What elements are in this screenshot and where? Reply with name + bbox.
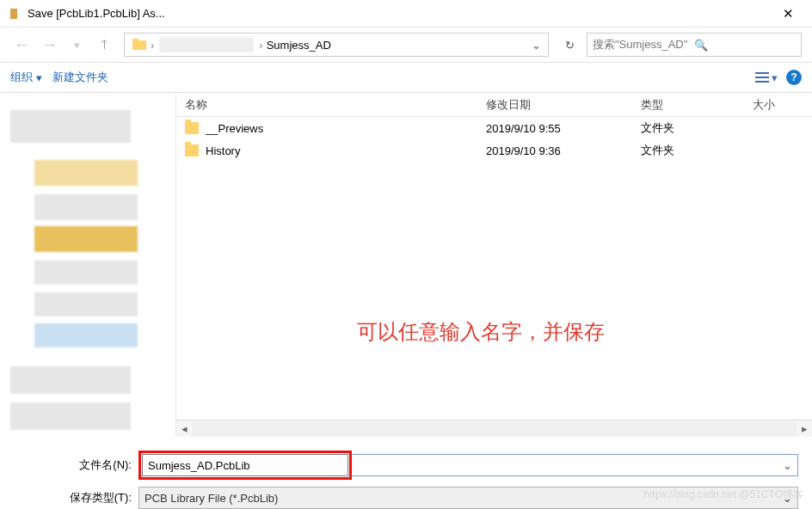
svg-rect-4 <box>755 81 769 83</box>
organize-button[interactable]: 组织▾ <box>10 70 42 85</box>
svg-rect-2 <box>755 72 769 74</box>
chevron-down-icon: ▾ <box>772 71 778 84</box>
folder-location-icon <box>132 37 147 52</box>
filename-highlight-box <box>138 451 352 480</box>
file-name: __Previews <box>206 122 263 135</box>
scroll-left-icon[interactable]: ◂ <box>176 422 192 435</box>
svg-rect-0 <box>132 40 146 50</box>
scroll-right-icon[interactable]: ▸ <box>797 422 812 435</box>
toolbar: 组织▾ 新建文件夹 ▾ ? <box>0 62 812 93</box>
column-name[interactable]: 名称 <box>185 97 486 113</box>
save-type-value: PCB Library File (*.PcbLib) <box>145 492 278 505</box>
sidebar-tree[interactable] <box>0 93 176 437</box>
new-folder-button[interactable]: 新建文件夹 <box>52 70 108 85</box>
help-button[interactable]: ? <box>786 70 802 85</box>
file-list-pane: 名称 修改日期 类型 大小 __Previews 2019/9/10 9:55 … <box>176 93 812 437</box>
nav-back-button[interactable]: 🡐 <box>10 34 33 56</box>
nav-forward-button[interactable]: 🡒 <box>38 34 60 56</box>
list-item[interactable]: __Previews 2019/9/10 9:55 文件夹 <box>176 117 812 139</box>
filename-dropdown-button[interactable]: ⌄ <box>352 454 798 476</box>
filename-label: 文件名(N): <box>14 457 138 473</box>
window-title: Save [PcbLib1.PcbLib] As... <box>28 7 771 20</box>
column-headers[interactable]: 名称 修改日期 类型 大小 <box>176 93 812 117</box>
file-name: History <box>206 144 240 157</box>
close-button[interactable]: ✕ <box>771 0 805 28</box>
column-type[interactable]: 类型 <box>641 97 753 113</box>
file-type: 文件夹 <box>641 143 753 158</box>
watermark-text: https://blog.csdn.net @51CTO博客 <box>644 488 803 502</box>
nav-up-button[interactable]: 🡑 <box>93 34 115 56</box>
annotation-text: 可以任意输入名字，并保存 <box>357 318 605 346</box>
chevron-down-icon: ▾ <box>36 71 42 84</box>
file-type: 文件夹 <box>641 120 753 136</box>
folder-icon <box>185 144 199 156</box>
list-item[interactable]: History 2019/9/10 9:36 文件夹 <box>176 139 812 162</box>
file-date: 2019/9/10 9:55 <box>486 122 641 135</box>
refresh-button[interactable]: ↻ <box>557 33 581 57</box>
nav-bar: 🡐 🡒 ▾ 🡑 › › Sumjess_AD ⌄ ↻ 搜索"Sumjess_AD… <box>0 28 812 62</box>
column-date[interactable]: 修改日期 <box>486 97 641 113</box>
save-type-label: 保存类型(T): <box>14 490 138 506</box>
svg-rect-3 <box>755 77 769 78</box>
address-text: Sumjess_AD <box>263 39 528 52</box>
view-list-icon <box>755 71 769 83</box>
search-placeholder: 搜索"Sumjess_AD" <box>593 37 694 52</box>
filename-input[interactable] <box>142 454 348 476</box>
file-date: 2019/9/10 9:36 <box>486 144 641 157</box>
search-input[interactable]: 搜索"Sumjess_AD" 🔍 <box>587 33 802 57</box>
svg-rect-1 <box>132 39 138 41</box>
search-icon: 🔍 <box>694 39 796 52</box>
nav-recent-button[interactable]: ▾ <box>65 34 88 56</box>
column-size[interactable]: 大小 <box>753 97 812 113</box>
address-bar[interactable]: › › Sumjess_AD ⌄ <box>124 33 549 57</box>
address-dropdown-icon[interactable]: ⌄ <box>528 39 544 52</box>
path-blurred-segment <box>159 37 254 52</box>
folder-icon <box>185 122 199 134</box>
title-bar: Save [PcbLib1.PcbLib] As... ✕ <box>0 0 812 28</box>
main-area: 名称 修改日期 类型 大小 __Previews 2019/9/10 9:55 … <box>0 93 812 437</box>
horizontal-scrollbar[interactable]: ◂ ▸ <box>176 420 812 437</box>
view-mode-button[interactable]: ▾ <box>755 71 778 84</box>
app-icon <box>7 7 21 21</box>
